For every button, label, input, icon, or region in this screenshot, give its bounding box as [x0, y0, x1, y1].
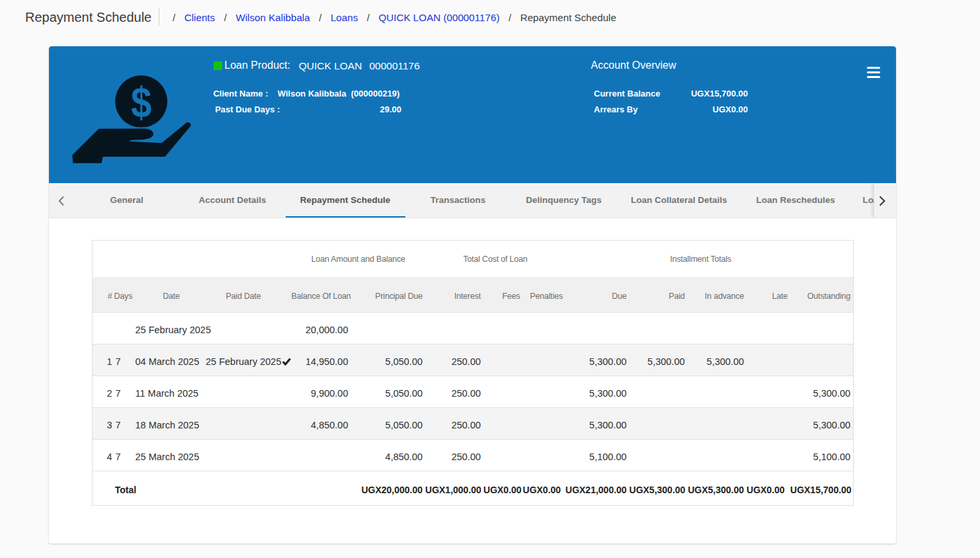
svg-text:$: $ [131, 78, 151, 126]
